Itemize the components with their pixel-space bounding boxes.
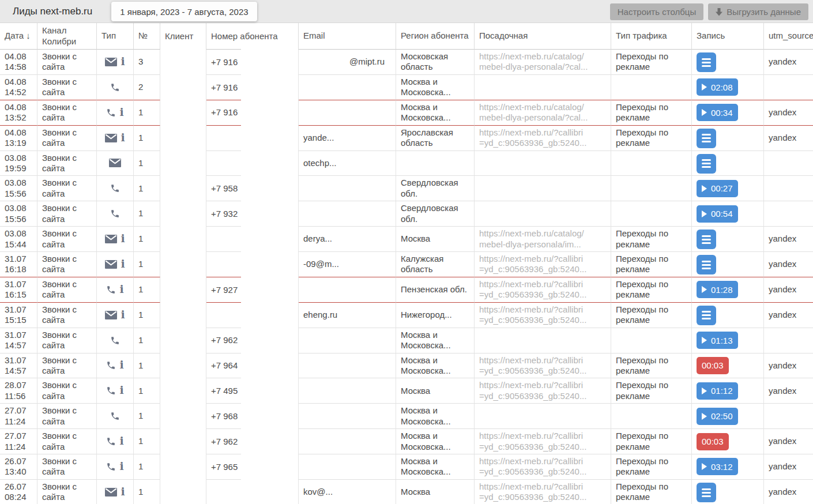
cell-landing: https://next-meb.ru/catalog/mebel-dlya-p… [475,50,611,75]
lead-time: 13:19 [5,138,32,148]
col-header-traffic[interactable]: Тип трафика [611,23,692,50]
phone-icon [110,336,120,345]
table-row[interactable]: 04.08 13:19 Звонки с сайта i 1 yande... … [0,126,813,151]
play-record-button[interactable]: 01:28 [697,281,738,298]
email-fragment: yande... [303,133,334,143]
col-header-phone[interactable]: Номер абонента [206,23,299,50]
cell-utm: yandex [764,429,813,454]
cell-client-masked [160,252,206,277]
play-record-button[interactable]: 00:34 [697,104,738,121]
table-row[interactable]: 04.08 14:58 Звонки с сайта i 3 +7 916 @m… [0,50,813,75]
play-record-button[interactable]: 00:54 [697,205,738,223]
cell-record [692,252,764,277]
col-header-record[interactable]: Запись [692,23,764,50]
lead-date: 03.08 [5,153,32,163]
cell-count: 1 [134,126,160,151]
play-record-button[interactable]: 01:12 [697,382,738,400]
col-header-date[interactable]: Дата↓ [0,23,37,50]
cell-phone [206,480,299,504]
cell-record [692,303,764,328]
table-row[interactable]: 31.07 14:57 Звонки с сайта 1 +7 962 Моск… [0,328,813,353]
lead-date: 04.08 [5,51,32,62]
table-row[interactable]: 03.08 19:59 Звонки с сайта 1 otechp... [0,151,813,176]
cell-traffic [611,328,692,353]
export-data-button[interactable]: Выгрузить данные [708,3,808,20]
col-header-label: Клиент [165,31,193,41]
col-header-utm[interactable]: utm_source [764,23,813,50]
cell-record: 00:27 [692,176,764,201]
table-row[interactable]: 03.08 15:56 Звонки с сайта 1 +7 958 Свер… [0,176,813,201]
table-row[interactable]: 31.07 16:15 Звонки с сайта i 1 +7 927 Пе… [0,277,813,303]
table-row[interactable]: 31.07 16:18 Звонки с сайта i 1 -09@m... … [0,252,813,277]
cell-client-masked [160,75,206,100]
cell-traffic [611,176,692,201]
cell-count: 3 [134,50,160,75]
lead-time: 13:52 [5,112,32,123]
col-header-email[interactable]: Email [299,23,396,50]
table-row[interactable]: 04.08 13:52 Звонки с сайта i 1 +7 916 Мо… [0,100,813,126]
cell-type: i [97,227,134,252]
table-row[interactable]: 03.08 15:56 Звонки с сайта 1 +7 932 Свер… [0,201,813,227]
col-header-channel[interactable]: Канал Колибри [37,23,97,50]
col-header-region[interactable]: Регион абонента [396,23,475,50]
cell-traffic: Переходы по рекламе [611,378,692,404]
open-message-button[interactable] [697,154,716,174]
open-message-button[interactable] [697,306,716,325]
play-record-button[interactable]: 03:12 [697,458,738,475]
table-row[interactable]: 31.07 14:57 Звонки с сайта i 1 +7 964 Мо… [0,353,813,379]
table-row[interactable]: 26.07 13:40 Звонки с сайта i 1 +7 965 Мо… [0,454,813,480]
missed-call-badge[interactable]: 00:03 [697,433,729,450]
table-row[interactable]: 27.07 11:24 Звонки с сайта 1 +7 968 Моск… [0,404,813,429]
cell-landing: https://next-meb.ru/catalog/mebel-dlya-p… [475,227,611,252]
info-icon: i [119,107,123,118]
col-header-type[interactable]: Тип [97,23,134,50]
col-header-client[interactable]: Клиент [160,23,206,50]
info-icon: i [119,435,123,446]
table-row[interactable]: 04.08 14:52 Звонки с сайта 2 +7 916 Моск… [0,75,813,100]
lead-time: 15:56 [5,214,32,224]
col-header-landing[interactable]: Посадочная [475,23,611,50]
open-message-button[interactable] [697,483,716,502]
type-icons: i [101,133,129,144]
date-range-button[interactable]: 1 января, 2023 - 7 августа, 2023 [111,2,257,21]
table-row[interactable]: 26.07 08:24 Звонки с сайта i 1 kov@... М… [0,480,813,504]
text-lines-icon [702,235,711,237]
cell-landing: https://next-meb.ru/?callibri=yd_c:90563… [475,353,611,379]
col-header-label: Запись [697,31,725,40]
cell-region: Москва [396,378,475,404]
table-row[interactable]: 27.07 11:24 Звонки с сайта i 1 +7 962 Мо… [0,429,813,454]
open-message-button[interactable] [697,255,716,274]
lead-date: 04.08 [5,77,32,87]
cell-count: 1 [134,429,160,454]
cell-email [299,75,396,100]
table-row[interactable]: 28.07 11:56 Звонки с сайта i 1 +7 495 Мо… [0,378,813,404]
open-message-button[interactable] [697,230,716,249]
cell-utm: yandex [764,50,813,75]
table-row[interactable]: 31.07 15:15 Звонки с сайта i 1 eheng.ru … [0,303,813,328]
lead-date: 31.07 [5,254,32,264]
cell-email: otechp... [299,151,396,176]
play-icon [702,463,707,470]
cell-record [692,480,764,504]
missed-call-badge[interactable]: 00:03 [697,357,729,374]
info-icon: i [119,461,123,472]
cell-traffic [611,151,692,176]
cell-type: i [97,303,134,328]
lead-date: 27.07 [5,431,32,441]
play-record-button[interactable]: 01:13 [697,332,738,349]
type-icons: i [101,107,129,118]
col-header-num[interactable]: № [134,23,160,50]
cell-landing [475,176,611,201]
play-icon [702,210,707,217]
play-record-button[interactable]: 02:08 [697,78,738,96]
open-message-button[interactable] [697,129,716,148]
landing-url: https://next-meb.ru/?callibri=yd_c:90563… [479,355,586,375]
play-record-button[interactable]: 02:50 [697,408,738,425]
play-record-button[interactable]: 00:27 [697,180,738,197]
open-message-button[interactable] [697,52,716,72]
configure-columns-button[interactable]: Настроить столбцы [610,3,703,20]
cell-type: i [97,378,134,404]
table-row[interactable]: 03.08 15:44 Звонки с сайта i 1 derya... … [0,227,813,252]
cell-type: i [97,277,134,303]
cell-phone [206,151,299,176]
